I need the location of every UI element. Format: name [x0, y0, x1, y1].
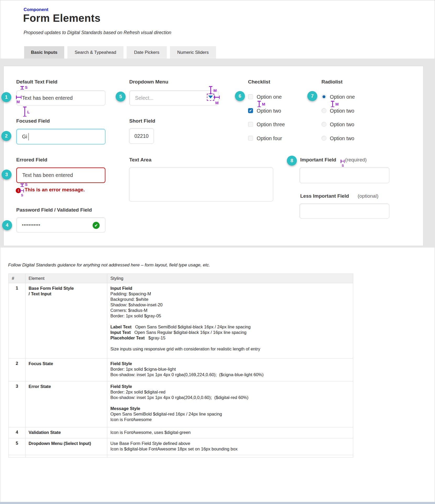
tab-date-pickers[interactable]: Date Pickers [127, 46, 167, 59]
page-title: Form Elements [23, 12, 100, 24]
row-element: Validation State [25, 427, 107, 438]
radio-option-three-label: Option two [330, 122, 354, 127]
default-field-label: Default Text Field [16, 79, 57, 85]
spacing-ibeam-s [20, 183, 24, 187]
annotation-badge-7: 7 [307, 91, 317, 101]
col-header-element: Element [25, 274, 107, 283]
spacing-label-m: M [335, 102, 339, 106]
row-element: Dropdown Menu (Select Input) [25, 438, 107, 455]
radio-option-three[interactable] [321, 122, 326, 127]
tab-numeric-sliders-label: Numeric Sliders [177, 50, 209, 55]
tab-search-typeahead[interactable]: Search & Typeahead [67, 46, 123, 59]
tab-date-pickers-label: Date Pickers [134, 50, 159, 55]
row-num: 3 [9, 381, 25, 427]
row-styling: Field Style Border: 1px solid $cigna-blu… [107, 359, 353, 381]
spacing-label-m: M [17, 100, 20, 104]
bottom-scrollbar[interactable] [0, 502, 435, 504]
checkbox-option-two-label: Option two [257, 108, 281, 114]
form-elements-spec-page: { "header": { "eyebrow": "Component", "t… [0, 0, 435, 504]
spacing-label-m: M [213, 88, 217, 92]
dropdown-select[interactable]: Select... [129, 90, 218, 106]
important-field-qualifier: (required) [345, 157, 367, 163]
spacing-ibeam-m [331, 101, 334, 107]
radio-option-two-label: Option two [330, 108, 354, 114]
annotation-badge-3: 3 [2, 170, 12, 180]
spacing-label-s: S [342, 164, 344, 167]
important-field-input[interactable] [299, 167, 389, 183]
default-text-field-input[interactable]: Text has been entered [16, 90, 105, 106]
spacing-ibeam-h [341, 159, 345, 163]
table-row-cutoff [9, 455, 353, 458]
annotation-badge-6: 6 [235, 91, 245, 101]
radio-option-two[interactable] [321, 108, 326, 113]
row-styling: Use Base Form Field Style defined above … [107, 438, 353, 455]
component-eyebrow-link[interactable]: Component [24, 7, 48, 12]
radio-option-one-label: Option one [330, 94, 355, 100]
annotation-badge-8: 8 [287, 156, 297, 166]
table-row: 3 Error State Field Style Border: 2px so… [9, 381, 353, 427]
row-num: 2 [9, 359, 25, 381]
tab-basic-inputs[interactable]: Basic Inputs [24, 46, 64, 59]
row-element: Error State [25, 381, 107, 427]
spacing-ibeam-l [23, 107, 26, 117]
chevron-down-icon [208, 96, 213, 98]
radio-option-four-label: Option two [330, 135, 354, 141]
less-important-field-label: Less Important Field [300, 193, 349, 199]
table-row: 5 Dropdown Menu (Select Input) Use Base … [9, 438, 353, 455]
guidance-note: Follow Digital Standards guidance for an… [8, 262, 210, 268]
table-row: 4 Validation State Icon is FontAwesome, … [9, 427, 353, 438]
textarea-input[interactable] [129, 167, 273, 202]
checkbox-option-two[interactable] [248, 108, 253, 113]
row-element: Base Form Field Style / Text Input [25, 283, 107, 359]
tab-basic-inputs-label: Basic Inputs [31, 50, 57, 55]
textarea-label: Text Area [129, 157, 151, 163]
radiolist-label: Radiolist [321, 79, 342, 85]
important-field-label: Important Field [300, 157, 336, 163]
checkbox-option-three[interactable] [248, 122, 253, 127]
less-important-field-input[interactable] [299, 203, 389, 219]
radio-option-one[interactable] [321, 94, 326, 99]
annotation-badge-5: 5 [116, 92, 126, 102]
error-message: This is an error message. [25, 187, 85, 193]
annotation-badge-2: 2 [1, 131, 11, 141]
spacing-ibeam-m [214, 96, 220, 99]
table-header-row: # Element Styling [9, 274, 353, 283]
short-field-label: Short Field [129, 118, 155, 124]
annotation-badge-1: 1 [1, 92, 11, 102]
checklist-label: Checklist [248, 79, 270, 85]
tab-numeric-sliders[interactable]: Numeric Sliders [170, 46, 216, 59]
validation-check-icon [93, 222, 100, 229]
checkbox-option-three-label: Option three [257, 122, 285, 127]
annotation-badge-4: 4 [2, 220, 12, 230]
checkbox-option-four-label: Option four [257, 135, 282, 141]
spacing-ibeam-h [20, 189, 24, 192]
checkbox-option-one[interactable] [248, 94, 253, 99]
table-row: 1 Base Form Field Style / Text Input Inp… [9, 283, 353, 359]
col-header-num: # [9, 274, 25, 283]
radio-option-four[interactable] [321, 136, 326, 141]
row-num: 5 [9, 438, 25, 455]
dropdown-placeholder: Select... [135, 95, 153, 101]
default-field-value: Text has been entered [22, 95, 73, 101]
focused-field-label: Focused Field [16, 118, 50, 124]
row-styling: Field Style Border: 2px solid $digital-r… [107, 381, 353, 427]
row-num: 1 [9, 283, 25, 359]
spacing-ibeam-s [20, 86, 24, 90]
dropdown-label: Dropdown Menu [129, 79, 168, 85]
spacing-label-m: M [262, 102, 265, 106]
spacing-ibeam-m [16, 96, 22, 99]
short-field-input[interactable]: 02210 [129, 128, 154, 144]
focused-field-value: Gi [22, 134, 27, 140]
password-field-input[interactable]: ••••••••••• [16, 217, 105, 233]
focused-field-input[interactable]: Gi [16, 129, 105, 144]
checkbox-option-four[interactable] [248, 136, 253, 141]
password-field-label: Password Field / Validated Field [16, 207, 92, 213]
less-important-field-qualifier: (optional) [358, 193, 378, 199]
short-field-value: 02210 [134, 133, 148, 139]
row-styling: Icon is FontAwesome, uses $digital-green [107, 427, 353, 438]
errored-field-input[interactable]: Text has been entered [16, 167, 105, 183]
col-header-styling: Styling [107, 274, 353, 283]
spec-table: # Element Styling 1 Base Form Field Styl… [8, 274, 353, 458]
errored-field-label: Errored Field [16, 157, 47, 163]
spacing-ibeam-m [209, 86, 212, 94]
